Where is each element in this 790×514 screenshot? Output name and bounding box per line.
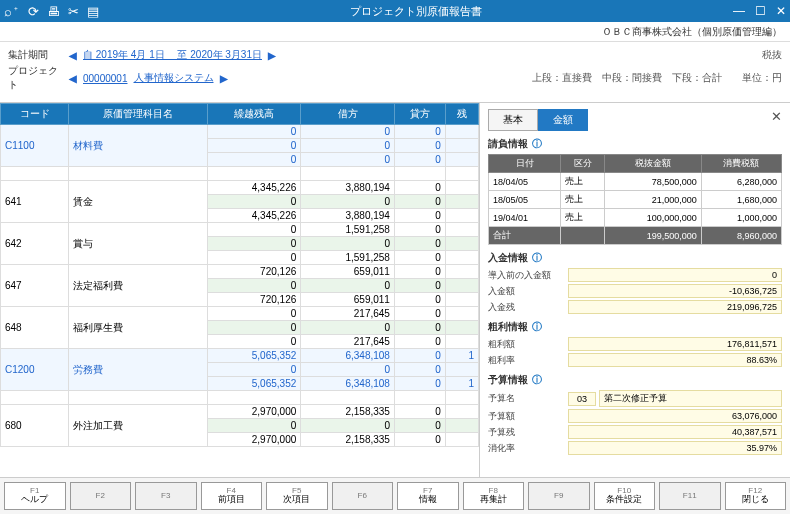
value-cell: 0 <box>394 181 445 195</box>
fkey-f8[interactable]: F8再集計 <box>463 482 525 510</box>
value-cell: 3,880,194 <box>301 181 395 195</box>
period-link[interactable]: 自 2019年 4月 1日 至 2020年 3月31日 <box>83 48 262 62</box>
value-cell <box>445 167 478 181</box>
grid-pane[interactable]: コード原価管理科目名繰越残高借方貸方残 C1100材料費000000000641… <box>0 103 480 477</box>
value-cell: 0 <box>394 349 445 363</box>
fkey-f5[interactable]: F5次項目 <box>266 482 328 510</box>
value-cell <box>445 335 478 349</box>
value-cell: 0 <box>301 125 395 139</box>
code-cell: 647 <box>1 265 69 307</box>
table-row[interactable] <box>1 167 479 181</box>
close-icon[interactable]: ✕ <box>776 4 786 18</box>
kv-row: 消化率35.97% <box>488 441 782 455</box>
code-cell <box>1 167 69 181</box>
info-icon[interactable]: ⓘ <box>532 137 542 151</box>
project-prev-icon[interactable]: ◀ <box>69 73 77 84</box>
code-cell: C1100 <box>1 125 69 167</box>
table-row[interactable]: 641賃金4,345,2263,880,1940 <box>1 181 479 195</box>
table-row[interactable]: C1200労務費5,065,3526,348,10801 <box>1 349 479 363</box>
value-cell: 0 <box>301 153 395 167</box>
detail-pane: ✕ 基本 金額 請負情報ⓘ 日付区分税抜金額消費税額 18/04/05売上78,… <box>480 103 790 477</box>
table-row[interactable]: 647法定福利費720,126659,0110 <box>1 265 479 279</box>
table-row[interactable]: 680外注加工費2,970,0002,158,3350 <box>1 405 479 419</box>
table-row[interactable]: C1100材料費000 <box>1 125 479 139</box>
info-icon[interactable]: ⓘ <box>532 251 542 265</box>
tab-amount[interactable]: 金額 <box>538 109 588 131</box>
fkey-f7[interactable]: F7情報 <box>397 482 459 510</box>
kv-row: 導入前の入金額0 <box>488 268 782 282</box>
value-cell: 0 <box>394 237 445 251</box>
value-cell: 2,970,000 <box>207 405 301 419</box>
fkey-f10[interactable]: F10条件設定 <box>594 482 656 510</box>
table-row[interactable] <box>1 391 479 405</box>
value-cell: 0 <box>207 419 301 433</box>
value-cell: 0 <box>207 251 301 265</box>
value-cell <box>445 209 478 223</box>
value-cell: 0 <box>301 279 395 293</box>
info-icon[interactable]: ⓘ <box>532 320 542 334</box>
value-cell: 659,011 <box>301 293 395 307</box>
project-code-link[interactable]: 00000001 <box>83 73 128 84</box>
fkey-f12[interactable]: F12閉じる <box>725 482 787 510</box>
maximize-icon[interactable]: ☐ <box>755 4 766 18</box>
period-next-icon[interactable]: ▶ <box>268 50 276 61</box>
value-cell <box>301 167 395 181</box>
value-cell: 0 <box>301 237 395 251</box>
name-cell <box>69 391 207 405</box>
value-cell <box>445 223 478 237</box>
info-icon[interactable]: ⓘ <box>532 373 542 387</box>
value-cell <box>445 321 478 335</box>
value-cell: 0 <box>394 195 445 209</box>
value-cell: 0 <box>207 237 301 251</box>
value-cell: 0 <box>394 125 445 139</box>
table-row[interactable]: 648福利厚生費0217,6450 <box>1 307 479 321</box>
search-zoom-icon[interactable]: ⌕⁺ <box>4 4 20 19</box>
value-cell <box>207 391 301 405</box>
print-icon[interactable]: 🖶 <box>47 4 60 19</box>
refresh-icon[interactable]: ⟳ <box>28 4 39 19</box>
value-cell <box>445 153 478 167</box>
project-name-link[interactable]: 人事情報システム <box>134 71 214 85</box>
value-cell: 0 <box>394 363 445 377</box>
company-subtitle: ＯＢＣ商事株式会社（個別原価管理編） <box>0 22 790 42</box>
value-cell <box>445 279 478 293</box>
value-cell: 0 <box>394 223 445 237</box>
contract-total-row: 合計199,500,0008,960,000 <box>489 227 782 245</box>
name-cell <box>69 167 207 181</box>
value-cell <box>394 167 445 181</box>
value-cell: 4,345,226 <box>207 209 301 223</box>
value-cell <box>445 251 478 265</box>
fkey-f1[interactable]: F1ヘルプ <box>4 482 66 510</box>
value-cell: 0 <box>207 195 301 209</box>
value-cell: 6,348,108 <box>301 377 395 391</box>
name-cell: 賞与 <box>69 223 207 265</box>
value-cell <box>445 237 478 251</box>
grid-header: コード <box>1 104 69 125</box>
detail-close-icon[interactable]: ✕ <box>771 109 782 124</box>
name-cell: 法定福利費 <box>69 265 207 307</box>
value-cell: 0 <box>301 139 395 153</box>
value-cell <box>445 265 478 279</box>
period-prev-icon[interactable]: ◀ <box>69 50 77 61</box>
value-cell <box>445 139 478 153</box>
kv-row: 予算残40,387,571 <box>488 425 782 439</box>
tab-basic[interactable]: 基本 <box>488 109 538 131</box>
cut-icon[interactable]: ✂ <box>68 4 79 19</box>
code-cell: 680 <box>1 405 69 447</box>
value-cell: 0 <box>394 321 445 335</box>
value-cell: 0 <box>207 363 301 377</box>
fkey-f4[interactable]: F4前項目 <box>201 482 263 510</box>
table-row[interactable]: 642賞与01,591,2580 <box>1 223 479 237</box>
value-cell: 1 <box>445 349 478 363</box>
value-cell: 0 <box>207 153 301 167</box>
code-cell: 641 <box>1 181 69 223</box>
value-cell: 0 <box>394 153 445 167</box>
grid-header: 借方 <box>301 104 395 125</box>
export-icon[interactable]: ▤ <box>87 4 99 19</box>
minimize-icon[interactable]: ― <box>733 4 745 18</box>
period-label: 集計期間 <box>8 48 63 62</box>
code-cell: C1200 <box>1 349 69 391</box>
value-cell <box>445 125 478 139</box>
project-next-icon[interactable]: ▶ <box>220 73 228 84</box>
value-cell: 0 <box>207 139 301 153</box>
